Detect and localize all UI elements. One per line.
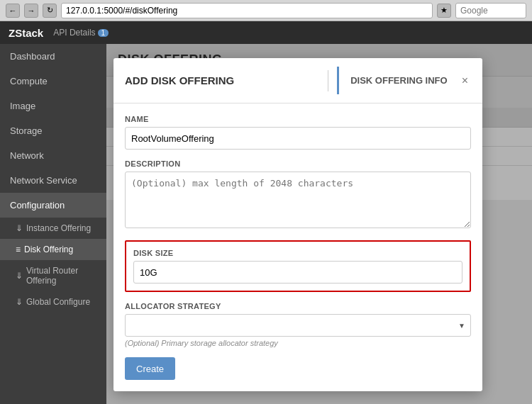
search-input[interactable]: [455, 3, 526, 18]
sidebar-item-network-service[interactable]: Network Service: [0, 168, 106, 193]
instance-icon: ⇓: [16, 223, 23, 233]
sidebar-item-global-configure[interactable]: ⇓ Global Configure: [0, 291, 106, 313]
sidebar-item-dashboard[interactable]: Dashboard: [0, 44, 106, 69]
sidebar-item-configuration[interactable]: Configuration: [0, 193, 106, 218]
sidebar-item-network[interactable]: Network: [0, 143, 106, 168]
modal-header: ADD DISK OFFERING DISK OFFERING INFO ×: [113, 58, 482, 103]
forward-button[interactable]: →: [24, 4, 38, 18]
modal-section-title: DISK OFFERING INFO: [337, 67, 459, 94]
modal-overlay: ADD DISK OFFERING DISK OFFERING INFO × N…: [106, 44, 532, 404]
back-button[interactable]: ←: [6, 4, 20, 18]
allocator-strategy-label: ALLOCATOR STRATEGY: [125, 302, 471, 310]
allocator-select-wrapper: ▼: [125, 314, 471, 337]
name-input[interactable]: [125, 127, 471, 150]
refresh-button[interactable]: ↻: [43, 4, 57, 18]
main-content: DISK OFFERING ↻ 🔍 ⇳ Sort By ▼ + New Disk…: [106, 44, 532, 404]
sidebar-item-compute[interactable]: Compute: [0, 69, 106, 94]
api-details-link[interactable]: API Details 1: [53, 28, 109, 38]
name-field-group: NAME: [125, 115, 471, 150]
modal-title: ADD DISK OFFERING: [125, 74, 319, 86]
router-icon: ⇓: [16, 271, 23, 281]
api-badge: 1: [98, 29, 109, 37]
sidebar-item-disk-offering[interactable]: ≡ Disk Offering: [0, 239, 106, 260]
modal-body: NAME DESCRIPTION DISK SIZE ALLOCATOR STR…: [113, 103, 482, 391]
add-disk-offering-modal: ADD DISK OFFERING DISK OFFERING INFO × N…: [113, 58, 482, 391]
sidebar-item-instance-offering[interactable]: ⇓ Instance Offering: [0, 218, 106, 239]
allocator-strategy-select[interactable]: [125, 314, 471, 337]
browser-bar: ← → ↻ ★: [0, 0, 532, 21]
description-field-group: DESCRIPTION: [125, 159, 471, 230]
sidebar-item-virtual-router-offering[interactable]: ⇓ Virtual Router Offering: [0, 260, 106, 291]
sidebar: Dashboard Compute Image Storage Network …: [0, 44, 106, 404]
disk-size-input[interactable]: [133, 261, 462, 284]
create-button[interactable]: Create: [125, 357, 175, 380]
disk-size-section: DISK SIZE: [125, 240, 471, 292]
description-label: DESCRIPTION: [125, 159, 471, 168]
app-header: ZStack API Details 1: [0, 21, 532, 44]
disk-icon: ≡: [16, 245, 21, 254]
allocator-hint: (Optional) Primary storage allocator str…: [125, 339, 471, 347]
allocator-strategy-group: ALLOCATOR STRATEGY ▼ (Optional) Primary …: [125, 302, 471, 347]
app-title: ZStack: [9, 27, 43, 39]
name-label: NAME: [125, 115, 471, 123]
configure-icon: ⇓: [16, 297, 23, 307]
sidebar-item-storage[interactable]: Storage: [0, 118, 106, 143]
main-layout: Dashboard Compute Image Storage Network …: [0, 44, 532, 404]
description-textarea[interactable]: [125, 172, 471, 228]
modal-close-button[interactable]: ×: [459, 74, 471, 87]
sidebar-item-image[interactable]: Image: [0, 94, 106, 118]
bookmark-button[interactable]: ★: [437, 4, 451, 18]
disk-size-label: DISK SIZE: [133, 249, 462, 257]
url-bar[interactable]: [61, 3, 433, 18]
